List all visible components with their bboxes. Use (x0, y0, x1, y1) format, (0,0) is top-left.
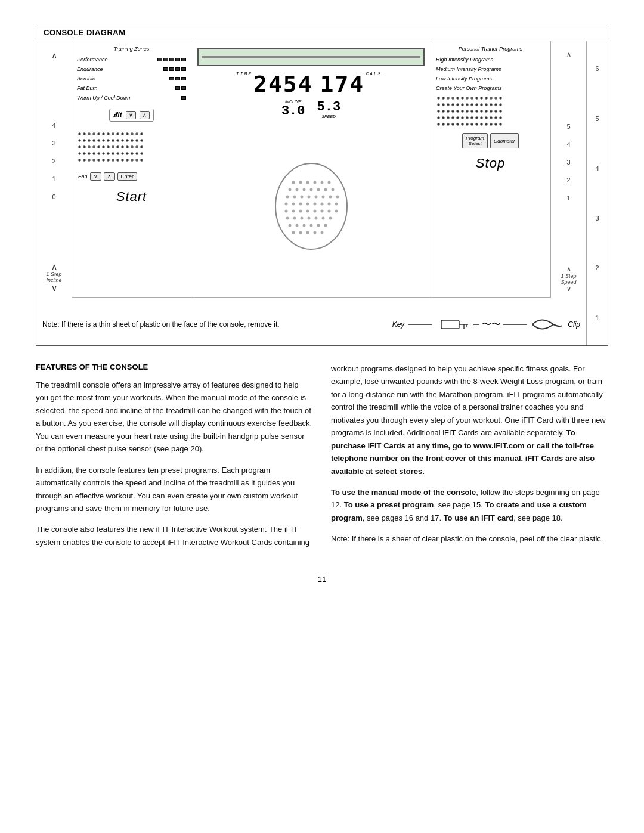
features-para-3: The console also features the new iFIT I… (36, 523, 313, 549)
bar2 (163, 58, 168, 61)
dot (461, 97, 464, 100)
dot-matrix-left (76, 130, 187, 164)
stop-row: Stop (435, 151, 546, 176)
dot (140, 159, 143, 162)
zone-performance-bars (157, 58, 186, 61)
bar4 (175, 58, 180, 61)
console-diagram-body: ∧ 4 3 2 1 0 ∧ 1 StepIncline ∨ (36, 41, 586, 298)
dot (97, 152, 100, 155)
bar1 (169, 77, 174, 80)
dot (102, 145, 105, 148)
dot (475, 110, 478, 113)
dot (116, 152, 119, 155)
rdot-row-3 (437, 110, 544, 113)
svg-point-2 (299, 181, 302, 184)
svg-point-3 (306, 181, 309, 184)
svg-point-42 (314, 216, 317, 219)
dot (480, 116, 483, 119)
dot (116, 139, 119, 142)
dot (78, 139, 81, 142)
dot (451, 97, 454, 100)
speed-down-arrow[interactable]: ∨ (566, 285, 571, 293)
stop-button[interactable]: Stop (476, 156, 505, 171)
zone-endurance-bars (163, 67, 186, 71)
prog-low-label: Low Intensity Programs (436, 76, 492, 82)
dot (112, 139, 114, 142)
incline-up-arrow[interactable]: ∧ (51, 51, 57, 60)
outer-num-1: 1 (595, 314, 599, 321)
note-text: Note: If there is a thin sheet of plasti… (42, 319, 392, 330)
svg-point-33 (306, 209, 309, 212)
clip-line-left (473, 324, 479, 325)
dot (490, 110, 493, 113)
dot (490, 97, 493, 100)
rdot-row-4 (437, 116, 544, 119)
svg-point-28 (327, 202, 330, 205)
dot (88, 139, 91, 142)
svg-point-23 (292, 202, 295, 205)
incline-up-inner[interactable]: ∧ (51, 262, 57, 271)
bar1 (163, 67, 168, 71)
speed-up-inner[interactable]: ∧ (566, 265, 571, 273)
svg-point-9 (302, 188, 305, 191)
svg-point-52 (299, 231, 302, 234)
dot (447, 116, 450, 119)
fan-down-btn[interactable]: ∨ (90, 172, 101, 181)
dot (97, 139, 100, 142)
features-right-col: workout programs designed to help you ac… (331, 363, 608, 557)
dot (456, 116, 459, 119)
svg-point-25 (306, 202, 309, 205)
dot (499, 123, 502, 126)
dot (107, 132, 110, 135)
dot (437, 116, 440, 119)
cals-group: 174 CALS. (320, 71, 386, 97)
dot (480, 110, 483, 113)
dot (92, 145, 95, 148)
zone-fatburn-bars (175, 86, 186, 90)
enter-btn[interactable]: Enter (117, 172, 138, 181)
left-panel: Training Zones Performance (72, 41, 191, 297)
dot (107, 152, 110, 155)
dot (112, 132, 114, 135)
time-value: 2454 (253, 71, 313, 97)
bar2 (181, 86, 186, 90)
dot-row-5 (78, 159, 185, 162)
features-section: FEATURES OF THE CONSOLE The treadmill co… (36, 363, 608, 557)
dot (121, 152, 124, 155)
fan-up-btn[interactable]: ∧ (104, 172, 115, 181)
incline-display-val: 3.0 (281, 104, 305, 119)
incline-step-label: 1 StepIncline (46, 271, 61, 283)
dot (442, 116, 445, 119)
dot (461, 110, 464, 113)
dot (451, 110, 454, 113)
incline-num-4: 4 (52, 122, 55, 129)
odometer-btn[interactable]: Odometer (490, 133, 519, 148)
incline-down-arrow[interactable]: ∨ (51, 283, 57, 293)
dot (126, 159, 129, 162)
dot (107, 139, 110, 142)
incline-num-3: 3 (52, 140, 55, 147)
svg-point-51 (292, 231, 295, 234)
dot (456, 110, 459, 113)
dot (83, 132, 86, 135)
speed-up-arrow[interactable]: ∧ (566, 51, 571, 58)
program-select-btn[interactable]: ProgramSelect (462, 133, 488, 148)
dot (494, 103, 497, 106)
dot (107, 145, 110, 148)
svg-point-4 (313, 181, 316, 184)
dot (494, 116, 497, 119)
console-main: Training Zones Performance (72, 41, 550, 298)
dot (447, 97, 450, 100)
svg-point-31 (292, 209, 295, 212)
ifit-up-btn[interactable]: ∧ (140, 111, 150, 119)
ifit-down-btn[interactable]: ∨ (126, 111, 136, 119)
dot (475, 97, 478, 100)
dot (461, 123, 464, 126)
start-button[interactable]: Start (116, 189, 147, 205)
dot (494, 97, 497, 100)
dot (466, 97, 469, 100)
dot (494, 123, 497, 126)
svg-point-7 (288, 188, 291, 191)
dot (485, 123, 488, 126)
incline-num-0: 0 (52, 193, 55, 200)
